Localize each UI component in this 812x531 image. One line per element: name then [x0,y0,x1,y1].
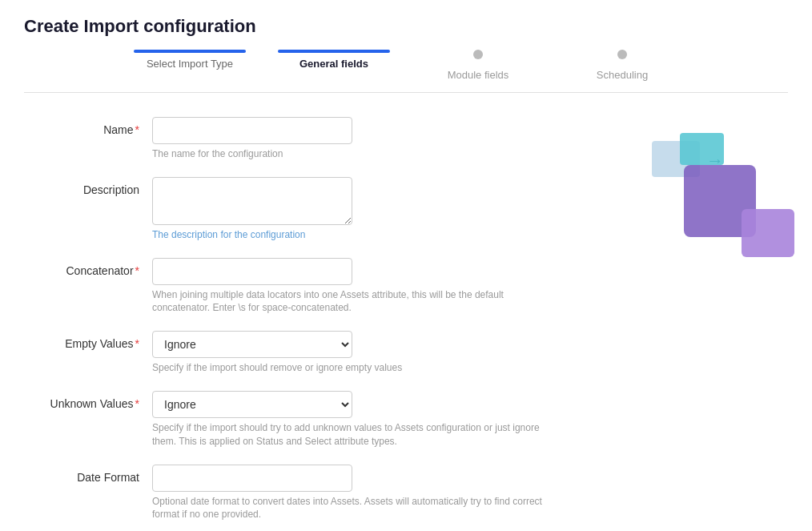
page-title: Create Import configuration [24,16,788,37]
step1-label: Select Import Type [147,58,233,70]
description-label: Description [32,177,152,196]
illus-box3 [684,165,756,237]
step-select-import-type: Select Import Type [118,50,262,70]
name-row: Name* The name for the configuration [32,117,588,161]
step-scheduling: Scheduling [550,50,694,81]
step1-progress-bar [134,50,246,53]
concatenator-row: Concatenator* - When joining multiple da… [32,258,588,316]
unknown-values-field: Ignore Add Specify if the import should … [152,391,588,449]
unknown-values-row: Unknown Values* Ignore Add Specify if th… [32,391,588,449]
illus-box3-inner [742,209,794,257]
unknown-values-hint: Specify if the import should try to add … [152,421,553,449]
step3-label: Module fields [448,69,509,81]
step2-line-container [262,50,406,53]
step-module-fields: Module fields [406,50,550,81]
illustration-area: → [620,117,780,531]
step3-line-container [406,50,550,64]
name-hint: The name for the configuration [152,147,553,161]
description-field: The description for the configuration [152,177,588,242]
date-format-label: Date Format [32,465,152,484]
illustration: → [636,133,764,245]
step3-dot [473,50,483,59]
form-area: Name* The name for the configuration Des… [32,117,588,531]
step1-line-container [118,50,262,53]
empty-values-hint: Specify if the import should remove or i… [152,361,553,375]
date-format-field: Optional date format to convert dates in… [152,465,588,522]
date-format-input[interactable] [152,465,352,492]
name-label: Name* [32,117,152,136]
description-row: Description The description for the conf… [32,177,588,242]
concatenator-hint: When joining multiple data locators into… [152,288,553,316]
main-content: Name* The name for the configuration Des… [0,93,812,531]
step-general-fields: General fields [262,50,406,70]
description-input[interactable] [152,177,352,225]
stepper: Select Import Type General fields Module… [24,50,788,93]
date-format-hint: Optional date format to convert dates in… [152,495,553,522]
step4-label: Scheduling [597,69,648,81]
unknown-values-select[interactable]: Ignore Add [152,391,352,418]
date-format-row: Date Format Optional date format to conv… [32,465,588,522]
empty-values-label: Empty Values* [32,331,152,350]
step4-line-container [550,50,694,64]
empty-values-select[interactable]: Ignore Remove [152,331,352,358]
name-field: The name for the configuration [152,117,588,161]
empty-values-field: Ignore Remove Specify if the import shou… [152,331,588,375]
name-input[interactable] [152,117,352,144]
description-hint: The description for the configuration [152,228,553,242]
unknown-values-label: Unknown Values* [32,391,152,410]
step2-label: General fields [299,58,368,70]
concatenator-input[interactable]: - [152,258,352,285]
step4-dot [617,50,627,59]
header: Create Import configuration Select Impor… [0,0,812,93]
step2-progress-bar [278,50,390,53]
concatenator-field: - When joining multiple data locators in… [152,258,588,316]
empty-values-row: Empty Values* Ignore Remove Specify if t… [32,331,588,375]
concatenator-label: Concatenator* [32,258,152,277]
